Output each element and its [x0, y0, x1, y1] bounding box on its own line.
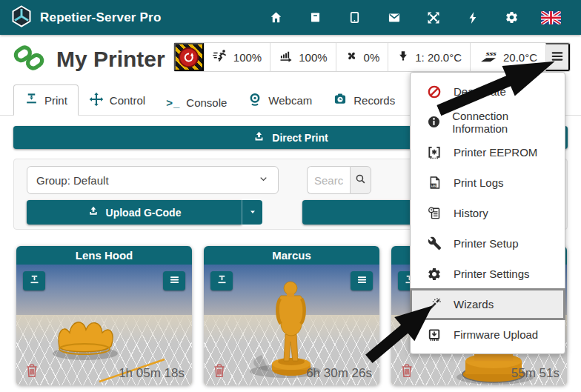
chevron-down-icon — [258, 173, 269, 187]
group-select[interactable]: Group: Default — [27, 166, 279, 194]
tab-print[interactable]: Print — [13, 84, 79, 116]
tab-webcam[interactable]: Webcam — [237, 85, 322, 116]
extruder-icon — [396, 50, 410, 65]
control-move-icon — [89, 92, 104, 109]
gear-icon — [426, 267, 442, 282]
connection-link-icon — [12, 41, 46, 78]
upload-gcode-button[interactable]: Upload G-Code — [27, 200, 242, 225]
emergency-stop-button[interactable] — [174, 43, 204, 71]
menu-item-label: Firmware Upload — [454, 328, 538, 341]
wrench-icon — [426, 236, 442, 250]
log-label: LOG — [431, 184, 436, 187]
heated-bed-icon: sss — [479, 49, 498, 66]
log-file-icon: LOG — [426, 176, 442, 190]
tab-webcam-label: Webcam — [268, 94, 312, 107]
top-navbar: Repetier-Server Pro — [0, 0, 581, 35]
eeprom-chip-icon — [426, 145, 442, 160]
print-job-button[interactable] — [210, 271, 233, 290]
delete-job-button[interactable] — [211, 362, 228, 380]
tab-console-label: Console — [186, 96, 227, 109]
navbar-icons — [256, 0, 571, 35]
gcode-card-lens-hood[interactable]: Lens Hood — [16, 246, 192, 385]
page-title: My Printer — [56, 47, 165, 72]
gear-icon[interactable] — [492, 0, 531, 35]
job-duration: 6h 30m 26s — [306, 366, 372, 381]
speed-value: 100% — [233, 51, 262, 64]
menu-item-label: Printer Settings — [454, 268, 530, 280]
emergency-stop-icon — [179, 47, 199, 67]
delete-job-button[interactable] — [399, 362, 415, 380]
brand-title: Repetier-Server Pro — [40, 10, 161, 25]
gcode-card-marcus[interactable]: Marcus — [204, 246, 379, 385]
tab-records[interactable]: Records — [322, 85, 405, 116]
menu-item-print-logs[interactable]: LOG Print Logs — [411, 167, 565, 198]
card-title: Lens Hood — [16, 246, 192, 265]
direct-print-label: Direct Print — [272, 132, 328, 144]
extruder-value: 1: 20.0°C — [415, 51, 462, 64]
card-title: Marcus — [204, 246, 379, 265]
tab-records-label: Records — [353, 94, 395, 107]
speed-runner-icon — [213, 48, 228, 66]
menu-item-label: Wizards — [454, 298, 494, 310]
menu-item-label: Printer EEPROM — [454, 146, 537, 159]
upload-icon — [87, 205, 99, 219]
display-icon[interactable] — [335, 0, 374, 35]
repetier-server-window: Repetier-Server Pro — [0, 0, 581, 392]
upload-gcode-dropdown-button[interactable] — [242, 200, 262, 225]
job-menu-button[interactable] — [163, 271, 185, 290]
status-speed[interactable]: 100% — [204, 43, 270, 71]
print-tab-icon — [24, 92, 39, 108]
model-preview: 6h 30m 26s — [204, 265, 379, 385]
tab-control-label: Control — [110, 94, 145, 107]
status-fan[interactable]: 0% — [336, 43, 388, 71]
status-extruder[interactable]: 1: 20.0°C — [388, 43, 470, 71]
upload-gcode-label: Upload G-Code — [106, 207, 182, 219]
fan-value: 0% — [364, 51, 380, 64]
trash-icon — [212, 370, 227, 381]
menu-item-label: History — [454, 207, 488, 219]
delete-job-button[interactable] — [24, 362, 40, 380]
home-icon[interactable] — [256, 0, 296, 35]
caret-down-icon — [248, 207, 257, 219]
bolt-icon[interactable] — [453, 0, 492, 35]
printer-icon — [29, 274, 40, 288]
menu-item-history[interactable]: History — [411, 198, 565, 228]
brand[interactable]: Repetier-Server Pro — [10, 5, 161, 30]
menu-item-printer-settings[interactable]: Printer Settings — [411, 259, 565, 289]
repetier-logo-icon — [10, 5, 33, 30]
hamburger-icon — [169, 274, 180, 288]
webcam-icon — [248, 92, 262, 109]
printer-queue-icon[interactable] — [296, 0, 335, 35]
history-icon — [426, 206, 442, 220]
tab-console[interactable]: >_ Console — [156, 90, 237, 116]
upload-gcode-split-button: Upload G-Code — [27, 200, 262, 225]
flow-value: 100% — [299, 51, 327, 64]
tab-print-label: Print — [44, 94, 67, 107]
language-flag-uk-icon[interactable] — [531, 0, 571, 35]
tab-control[interactable]: Control — [79, 85, 156, 116]
expand-arrows-icon[interactable] — [414, 0, 453, 35]
search-icon — [354, 173, 367, 187]
group-select-value: Group: Default — [36, 174, 109, 187]
status-flow[interactable]: 100% — [270, 43, 335, 71]
job-duration: 1h 05m 18s — [119, 366, 185, 381]
info-icon — [426, 115, 441, 129]
console-icon: >_ — [166, 96, 180, 109]
print-job-button[interactable] — [23, 271, 45, 290]
hamburger-icon — [356, 274, 368, 288]
menu-item-printer-eeprom[interactable]: Printer EEPROM — [411, 137, 565, 167]
printer-icon — [216, 274, 228, 288]
mail-icon[interactable] — [374, 0, 414, 35]
job-menu-button[interactable] — [351, 271, 373, 290]
job-duration: 55m 51s — [511, 366, 560, 381]
search-button[interactable] — [350, 166, 371, 194]
records-icon — [333, 92, 348, 109]
fan-icon — [345, 49, 359, 65]
menu-item-label: Print Logs — [454, 176, 504, 189]
search-input[interactable] — [307, 166, 350, 194]
search-group — [307, 166, 371, 194]
upload-icon — [253, 130, 265, 145]
trash-icon — [399, 370, 414, 381]
model-preview: 1h 05m 18s — [16, 265, 192, 385]
menu-item-printer-setup[interactable]: Printer Setup — [411, 228, 565, 259]
